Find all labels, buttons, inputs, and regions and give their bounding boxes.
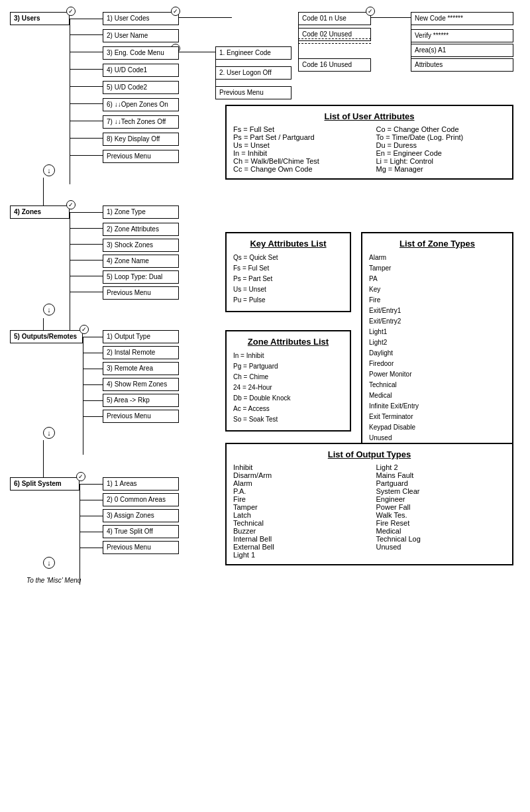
zones-box: 4) Zones [10,205,70,219]
users-box: 3) Users [10,12,70,25]
engineer-code-box: 1. Engineer Code [215,46,292,60]
code16-box: Code 16 Unused [298,58,371,72]
zone-attributes-content: In = Inhibit Pg = Partguard Ch = Chime 2… [233,351,343,425]
ua-cc: Cc = Change Own Code [233,165,363,173]
down-circle-split: ↓ [43,557,55,569]
line-udcode1-h [70,69,103,70]
ua-en: En = Engineer Code [376,149,506,157]
line-techzones-h [70,121,103,121]
vline-outputs-to-split [43,440,44,477]
ot-disarm: Disarm/Arm [233,471,363,479]
down-circle-users: ↓ [43,164,55,176]
zt-light2: Light2 [369,337,505,348]
truesplit-box: 4) True Split Off [103,525,179,538]
ot-alarm: Alarm [233,479,363,487]
code02-box: Code 02 Unused [298,28,371,41]
user-attrs-right: Co = Change Other Code To = Time/Date (L… [376,125,506,173]
prevmenu-outputs-box: Previous Menu [103,410,179,423]
zt-light1: Light1 [369,327,505,337]
line-keydisplay-h [70,138,103,139]
remotearea-box: 3) Remote Area [103,362,179,375]
down-circle-zones: ↓ [43,304,55,316]
vline-zones-to-outputs [43,318,44,330]
prevmenu-split-box: Previous Menu [103,541,179,554]
ka-qs: Qs = Quick Set [233,253,343,263]
za-in: In = Inhibit [233,351,343,361]
instalremote-box: 2) Instal Remote [103,346,179,359]
ot-techlog: Technical Log [376,535,506,543]
line-assignzones-h [80,516,103,516]
zt-keypad: Keypad Disable [369,422,505,433]
line-engcode-h [70,52,103,52]
udcode2-box: 5) U/D Code2 [103,81,179,94]
line-prevmenu-outputs-h [83,416,103,417]
output-types-content: Inhibit Disarm/Arm Alarm P.A. Fire Tampe… [233,463,505,559]
output-types-left: Inhibit Disarm/Arm Alarm P.A. Fire Tampe… [233,463,363,559]
ot-pa: P.A. [233,487,363,495]
looptype-box: 5) Loop Type: Dual [103,270,179,284]
prevmenu-zones-box: Previous Menu [103,286,179,300]
vline-users [70,19,70,184]
za-so: So = Soak Test [233,414,343,425]
zt-pa: PA [369,274,505,284]
zt-daylight: Daylight [369,348,505,359]
shockzones-box: 3) Shock Zones [103,239,179,252]
ot-fire: Fire [233,495,363,503]
output-types-title: List of Output Types [233,449,505,459]
showremzones-box: 4) Show Rem Zones [103,378,179,391]
ua-ch: Ch = Walk/Bell/Chime Test [233,157,363,165]
zoneattrs-box: 2) Zone Attributes [103,223,179,236]
arearkp-box: 5) Area -> Rkp [103,394,179,407]
line-truesplit-h [80,532,103,532]
zone-types-panel: List of Zone Types Alarm Tamper PA Key F… [361,232,513,450]
ot-engineer: Engineer [376,495,506,503]
line-prevmenu-users-h [70,155,103,156]
newcode-box: New Code ****** [411,12,513,25]
check-circle-code01: ✓ [366,7,375,16]
line-ucodes-arrow [179,17,232,18]
ka-ps: Ps = Part Set [233,274,343,284]
split-box: 6) Split System [10,477,80,491]
ua-us: Us = Unset [233,141,363,149]
diagram-area: 3) Users ✓ 1) User Codes ✓ 2) User Name … [0,0,530,650]
line-zonename-h [70,260,103,261]
ot-buzzer: Buzzer [233,527,363,535]
output-types-right: Light 2 Mains Fault Partguard System Cle… [376,463,506,559]
line-commonareas-h [80,500,103,500]
check-circle-zones: ✓ [66,200,76,209]
assignzones-box: 3) Assign Zones [103,509,179,522]
vline-outputs [83,337,83,455]
user-attrs-left: Fs = Full Set Ps = Part Set / Partguard … [233,125,363,173]
vline-split [80,484,80,585]
zone-attributes-panel: Zone Attributes List In = Inhibit Pg = P… [225,330,351,432]
zonename-box: 4) Zone Name [103,255,179,268]
udcode1-box: 4) U/D Code1 [103,64,179,77]
commonareas-box: 2) 0 Common Areas [103,493,179,506]
za-ac: Ac = Access [233,404,343,414]
key-attributes-panel: Key Attributes List Qs = Quick Set Fs = … [225,232,351,312]
down-circle-outputs: ↓ [43,427,55,439]
zt-powermon: Power Monitor [369,369,505,380]
verify-box: Verify ****** [411,29,513,42]
ua-fs: Fs = Full Set [233,125,363,133]
ot-inhibit: Inhibit [233,463,363,471]
line-instalremote-h [83,353,103,353]
zt-unused: Unused [369,433,505,443]
zt-alarm: Alarm [369,253,505,263]
user-codes-box: 1) User Codes [103,12,179,25]
ua-in: In = Inhibit [233,149,363,157]
ua-to: To = Time/Date (Log. Print) [376,133,506,141]
ka-fs: Fs = Ful Set [233,263,343,274]
line-username-h [70,34,103,35]
ot-light1: Light 1 [233,551,363,559]
prevmenu-users-box: Previous Menu [103,150,179,163]
line-remotearea-h [83,369,103,369]
line-eng-arrow [179,52,215,52]
line-1areas-h [80,484,103,485]
zt-firedoor: Firedoor [369,359,505,369]
za-24: 24 = 24-Hour [233,382,343,393]
vline-zones [70,212,70,330]
zt-tamper: Tamper [369,263,505,274]
ot-extbell: External Bell [233,543,363,551]
za-pg: Pg = Partguard [233,361,343,372]
